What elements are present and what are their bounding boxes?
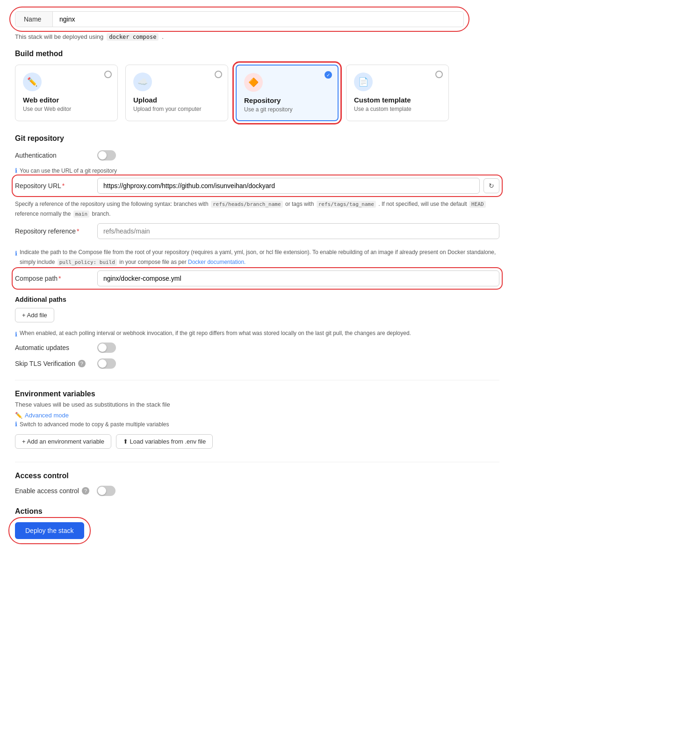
build-method-title: Build method bbox=[15, 50, 499, 58]
automatic-updates-toggle[interactable] bbox=[97, 343, 116, 353]
divider-2 bbox=[15, 462, 499, 462]
enable-access-control-row: Enable access control ? bbox=[15, 486, 499, 496]
authentication-label: Authentication bbox=[15, 152, 90, 159]
divider-1 bbox=[15, 380, 499, 380]
additional-paths-title: Additional paths bbox=[15, 296, 499, 303]
skip-tls-toggle[interactable] bbox=[97, 358, 116, 369]
git-repository-section: Git repository Authentication ℹ You can … bbox=[15, 134, 499, 286]
auto-update-info-icon: ℹ bbox=[15, 331, 17, 338]
deploy-note-text: This stack will be deployed using bbox=[15, 33, 103, 40]
repository-reference-input[interactable] bbox=[97, 223, 499, 239]
build-card-repository[interactable]: ✓ 🔶 Repository Use a git repository bbox=[236, 65, 339, 121]
spec-text-part1: Specify a reference of the repository us… bbox=[15, 201, 209, 207]
compose-info-icon: ℹ bbox=[15, 248, 17, 259]
repository-reference-row: Repository reference* bbox=[15, 223, 499, 239]
build-method-section: Build method ✏️ Web editor Use our Web e… bbox=[15, 50, 499, 121]
access-control-toggle[interactable] bbox=[97, 486, 115, 496]
upload-title: Upload bbox=[133, 96, 220, 104]
web-editor-desc: Use our Web editor bbox=[23, 106, 110, 112]
custom-template-icon: 📄 bbox=[354, 73, 373, 91]
repository-url-input[interactable] bbox=[97, 178, 480, 194]
spec-text-part5: branch. bbox=[92, 211, 111, 217]
compose-info-text: ℹ Indicate the path to the Compose file … bbox=[15, 248, 499, 267]
switch-text: ℹ Switch to advanced mode to copy & past… bbox=[15, 421, 499, 428]
auto-update-info: ℹ When enabled, at each polling interval… bbox=[15, 330, 499, 338]
actions-title: Actions bbox=[15, 507, 499, 516]
name-label: Name bbox=[15, 12, 53, 27]
compose-code: pull_policy: build bbox=[58, 259, 117, 266]
deploy-note-suffix: . bbox=[162, 33, 164, 40]
env-buttons: + Add an environment variable ⬆ Load var… bbox=[15, 434, 499, 449]
skip-tls-row: Skip TLS Verification ? bbox=[15, 358, 499, 369]
custom-template-title: Custom template bbox=[354, 96, 441, 104]
authentication-row: Authentication bbox=[15, 150, 499, 160]
repository-desc: Use a git repository bbox=[244, 106, 330, 113]
repository-url-row: Repository URL* ↻ bbox=[15, 178, 499, 194]
info-url-text: ℹ You can use the URL of a git repositor… bbox=[15, 167, 499, 174]
additional-paths-section: Additional paths + Add file bbox=[15, 296, 499, 322]
build-card-web-editor[interactable]: ✏️ Web editor Use our Web editor bbox=[15, 65, 118, 121]
info-icon-url: ℹ bbox=[15, 167, 17, 174]
add-env-button[interactable]: + Add an environment variable bbox=[15, 434, 111, 449]
spec-text: Specify a reference of the repository us… bbox=[15, 199, 499, 219]
web-editor-radio bbox=[104, 71, 112, 78]
deploy-stack-button[interactable]: Deploy the stack bbox=[15, 522, 84, 539]
repository-url-refresh-button[interactable]: ↻ bbox=[484, 178, 499, 193]
switch-info-icon: ℹ bbox=[15, 421, 17, 428]
env-variables-section: Environment variables These values will … bbox=[15, 390, 499, 449]
actions-section: Actions Deploy the stack bbox=[15, 507, 499, 539]
upload-radio bbox=[215, 71, 222, 78]
repository-title: Repository bbox=[244, 96, 330, 104]
automatic-updates-label: Automatic updates bbox=[15, 344, 90, 351]
repository-reference-label: Repository reference* bbox=[15, 227, 90, 235]
spec-text-part4: reference normally the bbox=[15, 211, 71, 217]
edit-icon: ✏️ bbox=[15, 412, 22, 419]
authentication-toggle[interactable] bbox=[97, 150, 116, 160]
repository-url-input-wrapper: ↻ bbox=[97, 178, 499, 194]
env-variables-title: Environment variables bbox=[15, 390, 499, 398]
spec-text-part2: or tags with bbox=[285, 201, 314, 207]
web-editor-title: Web editor bbox=[23, 96, 110, 104]
compose-path-input[interactable] bbox=[97, 270, 499, 286]
compose-path-label: Compose path* bbox=[15, 275, 90, 282]
add-file-button[interactable]: + Add file bbox=[15, 308, 54, 322]
name-form-row: Name bbox=[15, 11, 464, 27]
access-control-help-icon: ? bbox=[82, 487, 89, 495]
enable-access-control-label: Enable access control ? bbox=[15, 487, 89, 495]
access-control-title: Access control bbox=[15, 472, 499, 480]
repository-url-label: Repository URL* bbox=[15, 182, 90, 190]
compose-path-row: Compose path* bbox=[15, 270, 499, 286]
docker-doc-link[interactable]: Docker documentation. bbox=[188, 259, 245, 265]
repository-radio: ✓ bbox=[325, 71, 332, 79]
build-card-custom-template[interactable]: 📄 Custom template Use a custom template bbox=[346, 65, 449, 121]
custom-template-radio bbox=[435, 71, 443, 78]
env-variables-desc: These values will be used as substitutio… bbox=[15, 401, 499, 408]
upload-icon: ☁️ bbox=[133, 73, 152, 91]
deploy-note-code: docker compose bbox=[107, 33, 159, 41]
build-cards: ✏️ Web editor Use our Web editor ☁️ Uplo… bbox=[15, 65, 499, 121]
advanced-mode-link-row: ✏️ Advanced mode bbox=[15, 412, 499, 419]
advanced-mode-link[interactable]: Advanced mode bbox=[25, 412, 69, 419]
custom-template-desc: Use a custom template bbox=[354, 106, 441, 112]
skip-tls-help-icon: ? bbox=[78, 360, 86, 367]
name-input[interactable] bbox=[53, 12, 463, 27]
spec-code2: refs/tags/tag_name bbox=[317, 201, 376, 208]
web-editor-icon: ✏️ bbox=[23, 73, 42, 91]
load-env-button[interactable]: ⬆ Load variables from .env file bbox=[116, 434, 213, 449]
spec-text-part3: . If not specified, will use the default bbox=[378, 201, 467, 207]
skip-tls-label: Skip TLS Verification ? bbox=[15, 360, 90, 367]
upload-desc: Upload from your computer bbox=[133, 106, 220, 112]
spec-code1: refs/heads/branch_name bbox=[211, 201, 283, 208]
automatic-updates-row: Automatic updates bbox=[15, 343, 499, 353]
spec-code4: main bbox=[73, 211, 90, 218]
build-card-upload[interactable]: ☁️ Upload Upload from your computer bbox=[125, 65, 228, 121]
git-repository-title: Git repository bbox=[15, 134, 499, 143]
deploy-button-wrapper: Deploy the stack bbox=[15, 522, 84, 539]
access-control-section: Access control Enable access control ? bbox=[15, 472, 499, 496]
repository-icon: 🔶 bbox=[244, 73, 263, 92]
spec-code3: HEAD bbox=[469, 201, 486, 208]
